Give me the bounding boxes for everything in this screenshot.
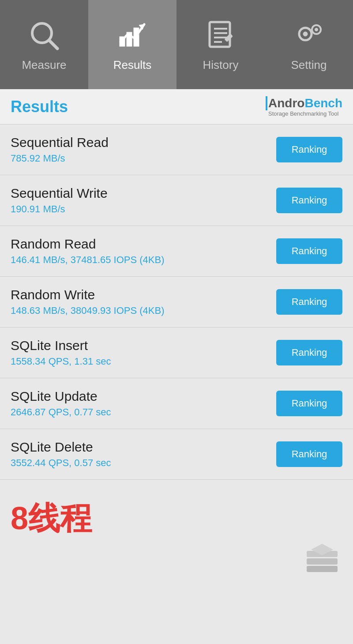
result-list: Sequential Read 785.92 MB/s Ranking Sequ… (0, 124, 353, 480)
svg-line-1 (49, 41, 57, 49)
result-value: 2646.87 QPS, 0.77 sec (11, 407, 111, 418)
nav-bar: Measure Results (0, 0, 353, 89)
setting-icon (291, 18, 327, 53)
result-info: Sequential Write 190.91 MB/s (11, 186, 108, 215)
results-icon (115, 18, 150, 53)
svg-point-13 (303, 32, 308, 36)
svg-point-15 (315, 28, 318, 31)
setting-label: Setting (291, 58, 327, 72)
svg-rect-6 (210, 22, 230, 47)
footer-area: 8线程 (0, 480, 353, 595)
history-label: History (203, 58, 239, 72)
ranking-button-sqlite-update[interactable]: Ranking (276, 391, 342, 416)
ranking-button-random-write[interactable]: Ranking (276, 289, 342, 315)
page-title: Results (11, 98, 68, 116)
brand-accent-bar (266, 96, 267, 110)
brand-logo: AndroBench Storage Benchmarking Tool (266, 96, 342, 117)
measure-label: Measure (22, 58, 66, 72)
history-icon (203, 18, 238, 53)
results-header: Results AndroBench Storage Benchmarking … (0, 89, 353, 124)
result-row-sequential-read: Sequential Read 785.92 MB/s Ranking (0, 124, 353, 175)
svg-rect-16 (307, 566, 338, 572)
result-name: Random Read (11, 237, 165, 252)
nav-item-results[interactable]: Results (88, 0, 176, 89)
result-value: 3552.44 QPS, 0.57 sec (11, 457, 111, 469)
result-name: Sequential Read (11, 135, 109, 150)
result-row-sqlite-delete: SQLite Delete 3552.44 QPS, 0.57 sec Rank… (0, 429, 353, 480)
androbench-watermark-icon (300, 542, 344, 586)
result-name: SQLite Delete (11, 440, 111, 455)
result-row-random-read: Random Read 146.41 MB/s, 37481.65 IOPS (… (0, 226, 353, 277)
ranking-button-sqlite-delete[interactable]: Ranking (276, 441, 342, 467)
svg-marker-5 (139, 24, 144, 30)
result-name: Sequential Write (11, 186, 108, 201)
result-value: 148.63 MB/s, 38049.93 IOPS (4KB) (11, 305, 165, 316)
result-info: Sequential Read 785.92 MB/s (11, 135, 109, 164)
result-info: SQLite Delete 3552.44 QPS, 0.57 sec (11, 440, 111, 469)
measure-icon (26, 18, 62, 53)
result-info: Random Read 146.41 MB/s, 37481.65 IOPS (… (11, 237, 165, 266)
nav-item-setting[interactable]: Setting (265, 0, 353, 89)
nav-item-history[interactable]: History (176, 0, 265, 89)
ranking-button-sqlite-insert[interactable]: Ranking (276, 340, 342, 365)
result-name: Random Write (11, 287, 165, 302)
svg-rect-17 (307, 558, 338, 565)
result-row-sequential-write: Sequential Write 190.91 MB/s Ranking (0, 175, 353, 226)
result-value: 785.92 MB/s (11, 153, 109, 164)
result-value: 146.41 MB/s, 37481.65 IOPS (4KB) (11, 254, 165, 266)
result-name: SQLite Insert (11, 338, 111, 353)
result-row-random-write: Random Write 148.63 MB/s, 38049.93 IOPS … (0, 277, 353, 328)
brand-subtitle: Storage Benchmarking Tool (268, 110, 342, 117)
ranking-button-random-read[interactable]: Ranking (276, 238, 342, 264)
result-info: SQLite Update 2646.87 QPS, 0.77 sec (11, 389, 111, 418)
result-info: Random Write 148.63 MB/s, 38049.93 IOPS … (11, 287, 165, 316)
brand-name: AndroBench (268, 97, 342, 109)
ranking-button-sequential-write[interactable]: Ranking (276, 188, 342, 213)
result-info: SQLite Insert 1558.34 QPS, 1.31 sec (11, 338, 111, 367)
result-row-sqlite-update: SQLite Update 2646.87 QPS, 0.77 sec Rank… (0, 378, 353, 429)
results-label: Results (113, 58, 152, 72)
result-name: SQLite Update (11, 389, 111, 404)
result-value: 190.91 MB/s (11, 203, 108, 215)
ranking-button-sequential-read[interactable]: Ranking (276, 137, 342, 162)
result-value: 1558.34 QPS, 1.31 sec (11, 356, 111, 367)
nav-item-measure[interactable]: Measure (0, 0, 88, 89)
result-row-sqlite-insert: SQLite Insert 1558.34 QPS, 1.31 sec Rank… (0, 328, 353, 378)
thread-label: 8线程 (11, 497, 342, 540)
